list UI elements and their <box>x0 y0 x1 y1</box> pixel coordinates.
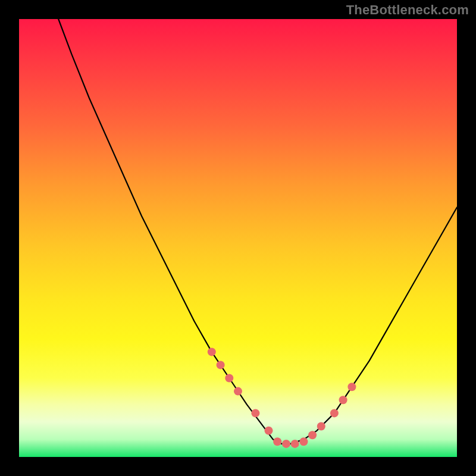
watermark-text: TheBottleneck.com <box>346 2 469 18</box>
plot-svg <box>19 19 457 457</box>
data-point <box>291 440 299 448</box>
bottleneck-curve <box>58 19 457 444</box>
data-point <box>225 374 233 383</box>
data-point <box>217 361 225 369</box>
data-point <box>330 409 339 417</box>
data-point <box>265 427 273 435</box>
plot-area <box>19 19 457 457</box>
dots-group <box>208 347 356 448</box>
data-point <box>282 440 290 448</box>
data-point <box>308 431 317 439</box>
data-point <box>251 409 259 417</box>
data-point <box>273 437 281 446</box>
data-point <box>317 422 325 431</box>
data-point <box>234 387 242 396</box>
data-point <box>299 437 308 446</box>
data-point <box>208 347 216 356</box>
chart-frame: TheBottleneck.com <box>0 0 476 476</box>
data-point <box>347 383 356 391</box>
data-point <box>339 396 347 404</box>
